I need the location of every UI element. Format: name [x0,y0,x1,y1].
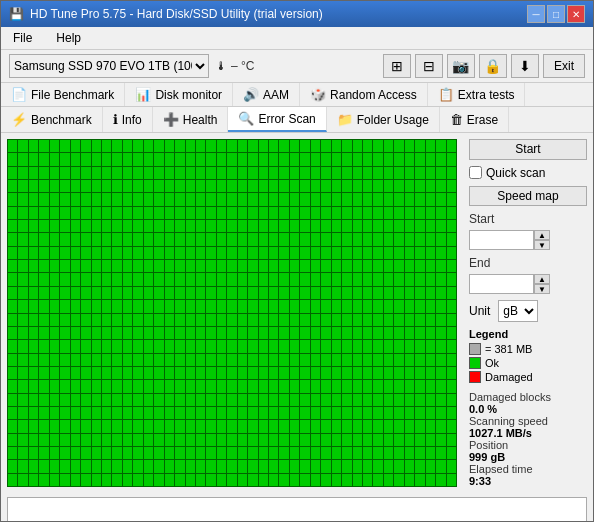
start-button[interactable]: Start [469,139,587,160]
grid-cell [71,407,80,419]
end-input[interactable]: 1000 [469,274,534,294]
grid-cell [165,220,174,232]
grid-cell [300,167,309,179]
grid-cell [71,474,80,486]
grid-cell [154,474,163,486]
grid-cell [279,273,288,285]
icon-btn-4[interactable]: 🔒 [479,54,507,78]
grid-cell [384,407,393,419]
grid-cell [353,207,362,219]
grid-cell [342,140,351,152]
grid-cell [248,407,257,419]
grid-cell [217,420,226,432]
grid-cell [8,354,17,366]
grid-cell [405,474,414,486]
grid-cell [81,247,90,259]
grid-cell [217,287,226,299]
grid-cell [102,300,111,312]
end-up-arrow[interactable]: ▲ [534,274,550,284]
grid-cell [394,180,403,192]
close-button[interactable]: ✕ [567,5,585,23]
grid-cell [123,340,132,352]
quick-scan-checkbox[interactable] [469,166,482,179]
grid-cell [71,460,80,472]
grid-cell [311,260,320,272]
icon-btn-down[interactable]: ⬇ [511,54,539,78]
grid-cell [238,394,247,406]
icon-btn-camera[interactable]: 📷 [447,54,475,78]
grid-cell [123,167,132,179]
grid-cell [436,420,445,432]
grid-cell [102,434,111,446]
stat-scanning-speed: Scanning speed 1027.1 MB/s [469,415,587,439]
grid-cell [311,300,320,312]
tab-info[interactable]: ℹ Info [103,107,153,132]
grid-cell [426,233,435,245]
maximize-button[interactable]: □ [547,5,565,23]
nav-tabs-row1: 📄 File Benchmark 📊 Disk monitor 🔊 AAM 🎲 … [1,83,593,107]
grid-cell [321,287,330,299]
start-input[interactable]: 0 [469,230,534,250]
grid-cell [269,354,278,366]
grid-cell [269,474,278,486]
grid-cell [196,394,205,406]
end-down-arrow[interactable]: ▼ [534,284,550,294]
grid-cell [426,327,435,339]
grid-cell [39,140,48,152]
grid-cell [259,460,268,472]
grid-cell [290,460,299,472]
grid-cell [175,167,184,179]
grid-cell [426,420,435,432]
start-up-arrow[interactable]: ▲ [534,230,550,240]
grid-cell [269,193,278,205]
exit-button[interactable]: Exit [543,54,585,78]
grid-cell [50,367,59,379]
icon-btn-1[interactable]: ⊞ [383,54,411,78]
tab-aam[interactable]: 🔊 AAM [233,83,300,106]
grid-cell [144,474,153,486]
grid-cell [447,474,456,486]
menu-help[interactable]: Help [52,29,85,47]
grid-cell [217,394,226,406]
grid-cell [18,367,27,379]
grid-cell [332,220,341,232]
grid-cell [196,180,205,192]
grid-cell [238,180,247,192]
tab-benchmark[interactable]: ⚡ Benchmark [1,107,103,132]
grid-cell [165,233,174,245]
grid-cell [321,340,330,352]
grid-cell [405,140,414,152]
grid-cell [50,193,59,205]
tab-health[interactable]: ➕ Health [153,107,229,132]
grid-cell [102,367,111,379]
tab-extra-tests[interactable]: 📋 Extra tests [428,83,526,106]
grid-cell [133,420,142,432]
minimize-button[interactable]: ─ [527,5,545,23]
speed-map-button[interactable]: Speed map [469,186,587,207]
grid-cell [165,367,174,379]
grid-cell [196,220,205,232]
tab-folder-usage[interactable]: 📁 Folder Usage [327,107,440,132]
tab-erase[interactable]: 🗑 Erase [440,107,509,132]
grid-cell [165,340,174,352]
grid-cell [217,193,226,205]
grid-cell [81,447,90,459]
grid-cell [50,180,59,192]
tab-disk-monitor[interactable]: 📊 Disk monitor [125,83,233,106]
grid-cell [133,327,142,339]
drive-select[interactable]: Samsung SSD 970 EVO 1TB (1000 gB) [9,54,209,78]
tab-random-access[interactable]: 🎲 Random Access [300,83,428,106]
grid-cell [206,167,215,179]
grid-cell [39,287,48,299]
grid-cell [447,367,456,379]
tab-file-benchmark[interactable]: 📄 File Benchmark [1,83,125,106]
grid-cell [123,220,132,232]
unit-select[interactable]: MBgB [498,300,538,322]
icon-btn-2[interactable]: ⊟ [415,54,443,78]
menu-file[interactable]: File [9,29,36,47]
grid-cell [332,193,341,205]
start-down-arrow[interactable]: ▼ [534,240,550,250]
main-window: 💾 HD Tune Pro 5.75 - Hard Disk/SSD Utili… [0,0,594,522]
grid-cell [290,434,299,446]
tab-error-scan[interactable]: 🔍 Error Scan [228,107,326,132]
